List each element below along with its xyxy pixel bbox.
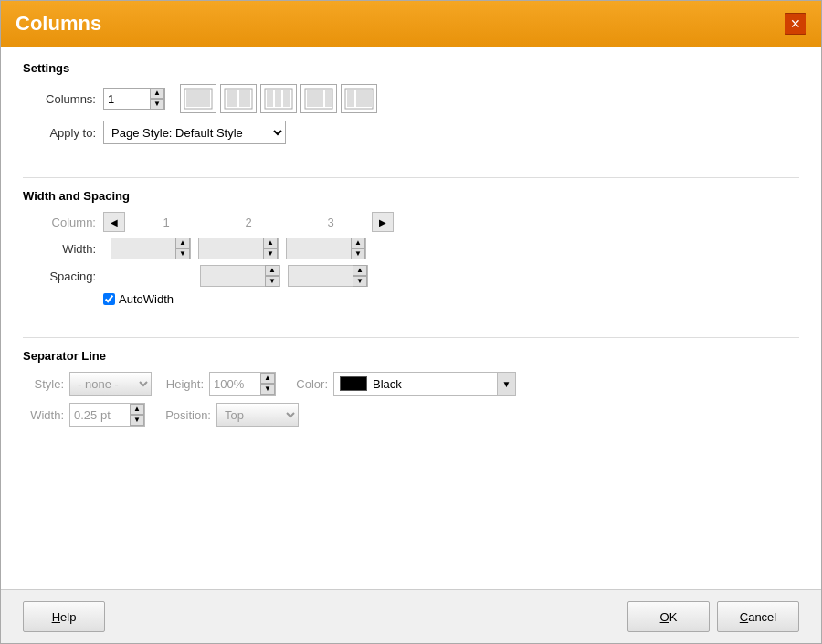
footer-left: Help <box>23 601 105 632</box>
sep-height-input[interactable] <box>210 375 260 393</box>
svg-rect-8 <box>283 90 290 107</box>
spacing-offset <box>111 265 193 287</box>
spacing-spinner-2[interactable]: ▲ ▼ <box>288 265 368 287</box>
width-2-down-btn[interactable]: ▼ <box>263 248 278 259</box>
sep-width-up-btn[interactable]: ▲ <box>130 404 144 415</box>
apply-to-row: Apply to: Page Style: Default Style Whol… <box>23 121 799 144</box>
sep-width-spinner[interactable]: ▲ ▼ <box>69 403 145 427</box>
apply-to-label: Apply to: <box>23 126 96 140</box>
svg-rect-13 <box>347 90 354 107</box>
sep-color-value: Black <box>373 377 402 391</box>
apply-to-select[interactable]: Page Style: Default Style Whole Document… <box>103 121 286 144</box>
col-wide-right-svg <box>343 87 374 111</box>
col-icon-1[interactable] <box>180 84 216 113</box>
spacing-1-down-btn[interactable]: ▼ <box>265 276 279 287</box>
width-1-up-btn[interactable]: ▲ <box>175 238 190 248</box>
columns-down-btn[interactable]: ▼ <box>150 99 164 110</box>
sep-height-down-btn[interactable]: ▼ <box>260 384 275 395</box>
width-3-spinner-btns: ▲ ▼ <box>351 238 365 259</box>
col-icon-wide-left[interactable] <box>300 84 337 113</box>
cancel-button[interactable]: Cancel <box>717 601 799 632</box>
section-divider-1 <box>23 177 799 178</box>
ok-button[interactable]: OK <box>627 601 710 632</box>
width-label: Width: <box>23 242 96 256</box>
width-input-2[interactable] <box>199 238 263 259</box>
settings-title: Settings <box>23 61 799 75</box>
width-2-up-btn[interactable]: ▲ <box>263 238 278 248</box>
help-label: Help <box>52 610 77 624</box>
sep-position-label: Position: <box>156 408 211 422</box>
footer-right: OK Cancel <box>627 601 799 632</box>
spacing-spinner-1[interactable]: ▲ ▼ <box>200 265 280 287</box>
spacing-2-up-btn[interactable]: ▲ <box>353 265 367 276</box>
sep-color-label: Color: <box>287 377 328 391</box>
sep-color-dropdown[interactable]: Black ▼ <box>333 372 516 396</box>
sep-height-label: Height: <box>163 377 204 391</box>
col-num-1: 1 <box>125 216 207 229</box>
col-icon-3[interactable] <box>260 84 297 113</box>
sep-height-up-btn[interactable]: ▲ <box>260 373 275 384</box>
col-nav-left-btn[interactable]: ◀ <box>103 212 125 232</box>
col-icon-wide-right[interactable] <box>341 84 377 113</box>
width-3-up-btn[interactable]: ▲ <box>351 238 365 248</box>
columns-up-btn[interactable]: ▲ <box>150 88 164 99</box>
separator-section: Separator Line Style: - none - Solid Das… <box>23 349 799 434</box>
dialog-footer: Help OK Cancel <box>1 589 821 643</box>
svg-rect-10 <box>307 90 323 107</box>
sep-height-spinner[interactable]: ▲ ▼ <box>209 372 276 396</box>
autowidth-checkbox[interactable] <box>103 293 115 305</box>
spacing-input-1[interactable] <box>201 266 265 286</box>
sep-width-input[interactable] <box>70 406 130 424</box>
column-label: Column: <box>23 216 96 229</box>
sep-style-select[interactable]: - none - Solid Dashed <box>69 372 152 396</box>
spacing-1-btns: ▲ ▼ <box>265 265 279 287</box>
sep-style-field: Style: - none - Solid Dashed <box>23 372 152 396</box>
sep-row-2: Width: ▲ ▼ Position: Top Middle <box>23 403 799 427</box>
width-spinner-2[interactable]: ▲ ▼ <box>198 238 279 259</box>
spacing-1-up-btn[interactable]: ▲ <box>265 265 279 276</box>
columns-dialog: Columns ✕ Settings Columns: ▲ ▼ <box>0 0 822 644</box>
spacing-row: Spacing: ▲ ▼ ▲ ▼ <box>23 265 799 287</box>
svg-rect-14 <box>356 90 373 107</box>
width-spinner-1[interactable]: ▲ ▼ <box>111 238 191 259</box>
sep-width-btns: ▲ ▼ <box>130 404 144 426</box>
width-1-down-btn[interactable]: ▼ <box>175 248 190 259</box>
sep-position-select[interactable]: Top Middle Bottom <box>216 403 299 427</box>
cancel-label: Cancel <box>740 610 776 624</box>
columns-input[interactable] <box>104 89 150 109</box>
svg-rect-7 <box>275 90 281 107</box>
sep-height-btns: ▲ ▼ <box>260 373 275 395</box>
spacing-2-down-btn[interactable]: ▼ <box>353 276 367 287</box>
autowidth-label[interactable]: AutoWidth <box>119 292 174 306</box>
ok-label: OK <box>660 610 678 624</box>
sep-color-field: Color: Black ▼ <box>287 372 516 396</box>
sep-width-label: Width: <box>23 408 64 422</box>
column-nav-row: Column: ◀ 1 2 3 ▶ <box>23 212 799 232</box>
col-num-3: 3 <box>290 216 372 229</box>
width-input-3[interactable] <box>287 238 351 259</box>
width-spinners: ▲ ▼ ▲ ▼ ▲ <box>111 238 366 259</box>
columns-spinner-buttons: ▲ ▼ <box>150 88 164 110</box>
width-spacing-title: Width and Spacing <box>23 189 799 203</box>
sep-row-1: Style: - none - Solid Dashed Height: ▲ <box>23 372 799 396</box>
columns-spinner[interactable]: ▲ ▼ <box>103 88 165 110</box>
settings-section: Settings Columns: ▲ ▼ <box>23 61 799 152</box>
col2-svg <box>223 87 254 111</box>
columns-row: Columns: ▲ ▼ <box>23 84 799 113</box>
close-button[interactable]: ✕ <box>785 13 806 35</box>
svg-rect-6 <box>267 90 273 107</box>
col-nav-right-btn[interactable]: ▶ <box>372 212 394 232</box>
sep-width-down-btn[interactable]: ▼ <box>130 415 144 426</box>
width-input-1[interactable] <box>111 238 175 259</box>
width-spacing-section: Width and Spacing Column: ◀ 1 2 3 ▶ Widt… <box>23 189 799 311</box>
color-dropdown-arrow-icon[interactable]: ▼ <box>497 373 515 395</box>
width-spinner-3[interactable]: ▲ ▼ <box>286 238 366 259</box>
spacing-input-2[interactable] <box>289 266 353 286</box>
title-bar: Columns ✕ <box>1 1 821 47</box>
width-3-down-btn[interactable]: ▼ <box>351 248 365 259</box>
svg-rect-11 <box>325 90 332 107</box>
help-button[interactable]: Help <box>23 601 105 632</box>
svg-rect-4 <box>239 90 250 107</box>
col-icon-2[interactable] <box>220 84 257 113</box>
sep-height-field: Height: ▲ ▼ <box>163 372 276 396</box>
